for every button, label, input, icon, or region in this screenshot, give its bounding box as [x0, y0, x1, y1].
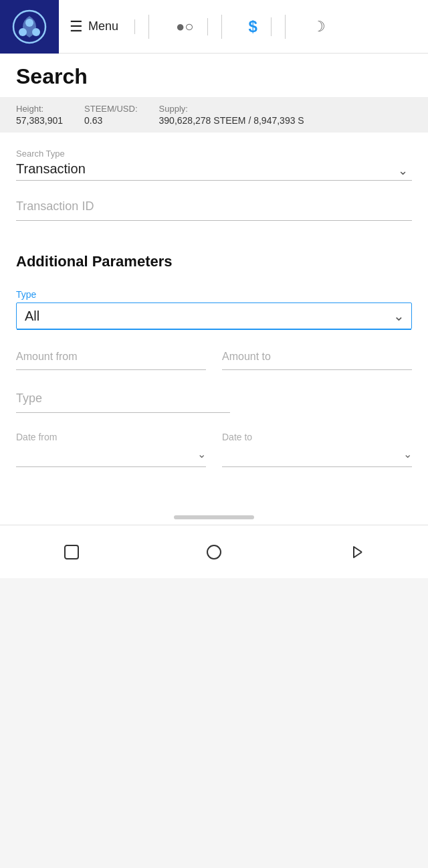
- amount-row: [16, 348, 412, 370]
- search-icon: ●○: [176, 18, 194, 35]
- page-content: Search Height: 57,383,901 STEEM/USD: 0.6…: [0, 54, 428, 525]
- nav-separator-1: [148, 15, 149, 39]
- additional-params-section: Additional Parameters Type All Transfer …: [0, 253, 428, 505]
- top-nav: ☰ Menu ●○ $ ☽: [0, 0, 428, 54]
- amount-from-wrapper: [16, 348, 206, 370]
- steemusd-value: 0.63: [84, 115, 137, 126]
- dollar-button[interactable]: $: [235, 17, 272, 36]
- svg-rect-4: [65, 545, 78, 559]
- steemusd-stat: STEEM/USD: 0.63: [84, 104, 137, 126]
- search-type-group: Search Type Transaction Account Block ⌄: [16, 149, 412, 181]
- transaction-id-input[interactable]: [16, 197, 412, 216]
- hamburger-icon: ☰: [70, 19, 83, 34]
- scrollbar-thumb: [174, 515, 254, 519]
- date-to-wrapper: ⌄: [222, 445, 412, 467]
- height-stat: Height: 57,383,901: [16, 104, 63, 126]
- nav-separator-3: [285, 15, 286, 39]
- dollar-icon: $: [249, 17, 257, 36]
- amount-from-input[interactable]: [16, 348, 206, 365]
- page-title: Search: [0, 54, 428, 97]
- date-from-wrapper: ⌄: [16, 445, 206, 467]
- date-from-label: Date from: [16, 432, 206, 442]
- android-nav-bar: [0, 525, 428, 578]
- svg-point-5: [207, 545, 221, 559]
- amount-from-col: [16, 348, 206, 370]
- type-input-wrapper: [16, 389, 230, 413]
- date-to-input[interactable]: [222, 445, 403, 462]
- steemusd-label: STEEM/USD:: [84, 104, 137, 114]
- android-home-button[interactable]: [194, 532, 234, 572]
- transaction-id-group: [16, 197, 412, 221]
- android-triangle-icon: [347, 543, 366, 561]
- svg-point-2: [19, 28, 27, 36]
- date-from-col: Date from ⌄: [16, 432, 206, 467]
- date-to-label: Date to: [222, 432, 412, 442]
- menu-label: Menu: [88, 19, 118, 33]
- scroll-indicator: [0, 505, 428, 525]
- type-select-group: Type All Transfer Vote Comment ⌄: [16, 289, 412, 329]
- additional-params-title: Additional Parameters: [16, 253, 412, 270]
- height-value: 57,383,901: [16, 115, 63, 126]
- amount-to-input[interactable]: [222, 348, 412, 365]
- search-type-select[interactable]: Transaction Account Block: [16, 161, 412, 176]
- type-select[interactable]: All Transfer Vote Comment: [17, 303, 411, 329]
- type-input-group: [16, 389, 230, 413]
- android-square-icon: [62, 543, 81, 561]
- type-select-label: Type: [16, 289, 412, 300]
- date-to-col: Date to ⌄: [222, 432, 412, 467]
- search-nav-button[interactable]: ●○: [163, 18, 208, 35]
- amount-to-col: [222, 348, 412, 370]
- date-to-chevron-icon: ⌄: [403, 448, 412, 460]
- search-type-label: Search Type: [16, 149, 412, 159]
- nav-items: ☰ Menu ●○ $ ☽: [59, 15, 428, 39]
- date-row: Date from ⌄ Date to ⌄: [16, 432, 412, 467]
- height-label: Height:: [16, 104, 63, 114]
- date-from-chevron-icon: ⌄: [197, 448, 206, 460]
- android-recent-button[interactable]: [336, 532, 377, 572]
- supply-stat: Supply: 390,628,278 STEEM / 8,947,393 S: [159, 104, 304, 126]
- android-back-button[interactable]: [51, 532, 92, 572]
- svg-point-1: [25, 19, 33, 27]
- moon-icon: ☽: [312, 18, 326, 35]
- amount-to-wrapper: [222, 348, 412, 370]
- type-input[interactable]: [16, 389, 230, 408]
- supply-label: Supply:: [159, 104, 304, 114]
- type-select-wrapper: All Transfer Vote Comment ⌄: [16, 302, 412, 329]
- svg-point-3: [32, 28, 40, 36]
- menu-button[interactable]: ☰ Menu: [70, 19, 135, 34]
- logo-area[interactable]: [0, 0, 59, 54]
- search-type-select-wrapper: Transaction Account Block ⌄: [16, 161, 412, 181]
- stats-bar: Height: 57,383,901 STEEM/USD: 0.63 Suppl…: [0, 97, 428, 133]
- nav-separator-2: [221, 15, 222, 39]
- date-from-input[interactable]: [16, 445, 197, 462]
- android-circle-icon: [205, 543, 223, 561]
- theme-toggle-button[interactable]: ☽: [299, 18, 339, 35]
- supply-value: 390,628,278 STEEM / 8,947,393 S: [159, 115, 304, 126]
- search-form: Search Type Transaction Account Block ⌄: [0, 133, 428, 253]
- transaction-id-wrapper: [16, 197, 412, 221]
